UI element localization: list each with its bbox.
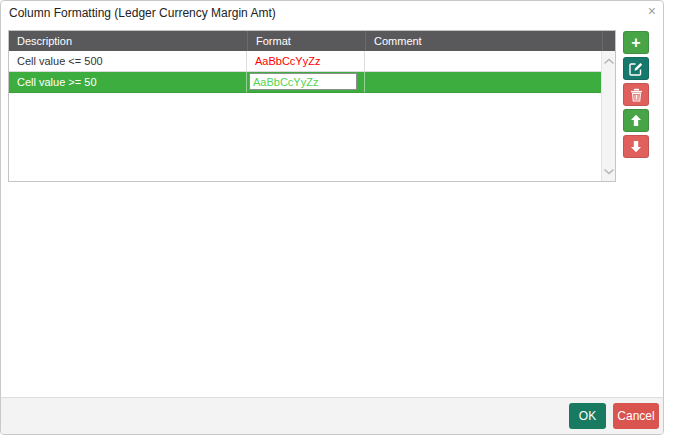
screen: Column Formatting (Ledger Currency Margi… [0,0,675,440]
close-icon[interactable]: × [648,4,656,18]
column-header-format[interactable]: Format [247,31,365,51]
cell-description: Cell value <= 500 [9,51,247,72]
ok-button[interactable]: OK [569,403,606,429]
column-formatting-dialog: Column Formatting (Ledger Currency Margi… [0,0,664,435]
cancel-button[interactable]: Cancel [613,403,659,429]
edit-rule-button[interactable] [623,57,649,80]
dialog-title: Column Formatting (Ledger Currency Margi… [9,6,276,20]
add-rule-button[interactable]: + [623,31,649,54]
cell-description: Cell value >= 50 [9,72,247,93]
scroll-down-button[interactable] [602,163,615,179]
chevron-down-icon [603,168,615,175]
table-row-selected[interactable]: Cell value >= 50 [9,72,601,93]
plus-icon: + [631,35,640,51]
column-header-comment[interactable]: Comment [365,31,602,51]
arrow-down-icon [630,140,642,153]
pencil-square-icon [629,62,643,76]
trash-icon [630,88,643,102]
cell-format-preview: AaBbCcYyZz [247,51,365,72]
column-header-filler [602,31,615,51]
scroll-up-button[interactable] [602,53,615,69]
cell-comment [365,72,601,93]
move-up-button[interactable] [623,109,649,132]
delete-rule-button[interactable] [623,83,649,106]
column-header-description[interactable]: Description [9,31,247,51]
cell-comment [365,51,601,72]
table-row[interactable]: Cell value <= 500 AaBbCcYyZz [9,51,601,72]
move-down-button[interactable] [623,135,649,158]
vertical-scrollbar[interactable] [601,51,615,181]
format-preview-input[interactable] [249,73,357,90]
cell-format-edit [247,72,365,93]
formatting-rules-grid: Description Format Comment Cell value <=… [8,30,616,182]
grid-body: Cell value <= 500 AaBbCcYyZz Cell value … [9,51,601,181]
grid-header: Description Format Comment [9,31,615,51]
arrow-up-icon [630,114,642,127]
dialog-footer: OK Cancel [1,397,663,434]
chevron-up-icon [603,58,615,65]
